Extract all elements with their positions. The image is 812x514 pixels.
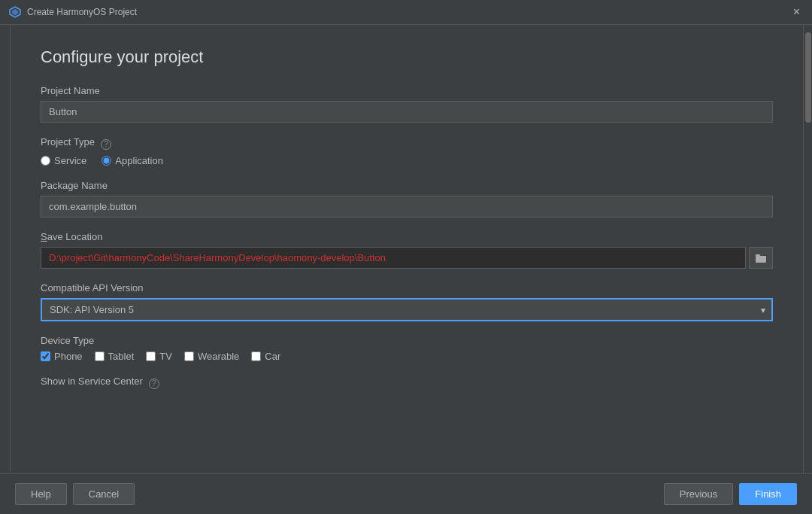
package-name-section: Package Name xyxy=(41,180,773,217)
svg-rect-3 xyxy=(756,254,760,257)
project-type-label: Project Type xyxy=(41,136,95,148)
svg-marker-1 xyxy=(12,9,18,16)
checkbox-wearable[interactable] xyxy=(184,351,194,361)
scrollbar-thumb[interactable] xyxy=(805,32,811,123)
checkbox-item-phone[interactable]: Phone xyxy=(41,351,83,362)
checkbox-item-tablet[interactable]: Tablet xyxy=(95,351,135,362)
radio-application[interactable] xyxy=(102,156,111,166)
dialog-window: Create HarmonyOS Project × Configure you… xyxy=(0,0,812,514)
package-name-label: Package Name xyxy=(41,180,773,191)
previous-button[interactable]: Previous xyxy=(664,483,734,505)
checkbox-phone-label: Phone xyxy=(54,351,83,362)
radio-service[interactable] xyxy=(41,156,50,166)
project-type-radio-group: Service Application xyxy=(41,155,773,166)
dialog-content: Configure your project Project Name Proj… xyxy=(0,25,812,473)
radio-item-service[interactable]: Service xyxy=(41,155,86,166)
checkbox-car-label: Car xyxy=(265,351,280,362)
svg-rect-2 xyxy=(756,256,766,263)
project-name-label: Project Name xyxy=(41,85,773,96)
checkbox-phone[interactable] xyxy=(41,351,50,361)
radio-item-application[interactable]: Application xyxy=(102,155,163,166)
checkbox-tv[interactable] xyxy=(146,351,156,361)
close-button[interactable]: × xyxy=(790,5,803,20)
device-type-section: Device Type Phone Tablet TV xyxy=(41,335,773,362)
project-type-help-icon[interactable]: ? xyxy=(101,139,111,150)
checkbox-item-wearable[interactable]: Wearable xyxy=(184,351,239,362)
footer: Help Cancel Previous Finish xyxy=(0,473,812,514)
folder-icon xyxy=(756,254,766,263)
checkbox-item-car[interactable]: Car xyxy=(251,351,280,362)
title-bar: Create HarmonyOS Project × xyxy=(0,0,812,25)
show-service-center-label: Show in Service Center xyxy=(41,376,143,387)
radio-application-label: Application xyxy=(115,155,163,166)
save-location-input[interactable] xyxy=(41,247,746,269)
package-name-input[interactable] xyxy=(41,196,773,217)
checkbox-wearable-label: Wearable xyxy=(198,351,239,362)
window-title: Create HarmonyOS Project xyxy=(27,7,137,17)
save-location-section: Save Location xyxy=(41,231,773,269)
api-version-section: Compatible API Version SDK: API Version … xyxy=(41,282,773,321)
left-sidebar xyxy=(0,25,11,473)
api-version-label: Compatible API Version xyxy=(41,282,773,293)
checkbox-item-tv[interactable]: TV xyxy=(146,351,172,362)
cancel-button[interactable]: Cancel xyxy=(73,483,135,505)
checkbox-tablet-label: Tablet xyxy=(108,351,135,362)
project-type-section: Project Type ? Service Application xyxy=(41,136,773,166)
browse-folder-button[interactable] xyxy=(749,247,773,269)
project-name-input[interactable] xyxy=(41,101,773,123)
footer-right: Previous Finish xyxy=(664,483,797,505)
device-type-label: Device Type xyxy=(41,335,773,346)
footer-left: Help Cancel xyxy=(15,483,135,505)
project-name-section: Project Name xyxy=(41,85,773,123)
app-logo-icon xyxy=(9,6,21,18)
page-title: Configure your project xyxy=(41,47,773,67)
save-location-label: Save Location xyxy=(41,231,773,242)
help-button[interactable]: Help xyxy=(15,483,67,505)
finish-button[interactable]: Finish xyxy=(739,483,797,505)
right-scrollbar xyxy=(803,25,812,473)
show-service-center-section: Show in Service Center ? xyxy=(41,376,773,391)
checkbox-tablet[interactable] xyxy=(95,351,105,361)
show-service-center-help-icon[interactable]: ? xyxy=(149,379,159,389)
api-version-select[interactable]: SDK: API Version 5 SDK: API Version 4 SD… xyxy=(41,298,773,321)
checkbox-car[interactable] xyxy=(251,351,261,361)
device-type-checkbox-group: Phone Tablet TV Wearable xyxy=(41,351,773,362)
radio-service-label: Service xyxy=(54,155,86,166)
main-area: Configure your project Project Name Proj… xyxy=(11,25,803,473)
checkbox-tv-label: TV xyxy=(159,351,172,362)
